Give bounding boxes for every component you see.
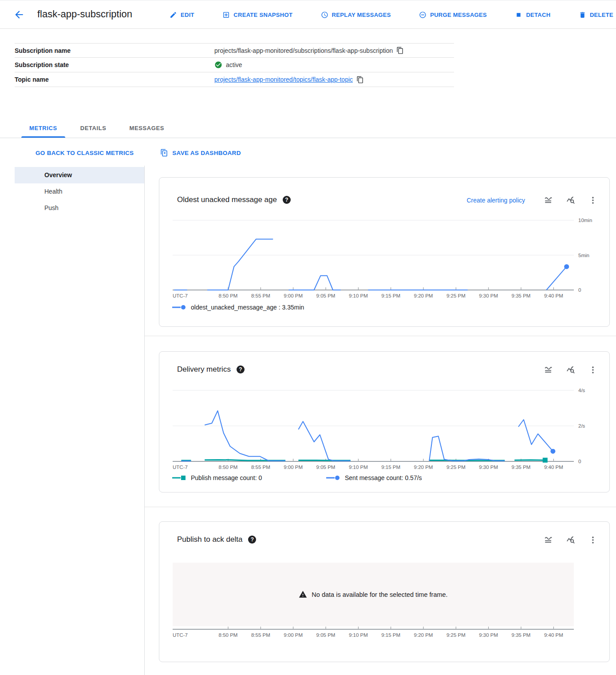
- series-line: [429, 436, 505, 461]
- add-box-icon: [222, 11, 230, 19]
- topic-name-label: Topic name: [15, 76, 214, 83]
- sidebar-item-health[interactable]: Health: [15, 183, 144, 200]
- subscription-state-value: active: [226, 61, 242, 68]
- series-line: [205, 411, 285, 461]
- x-tick-label: 8:50 PM: [219, 465, 238, 470]
- x-tick-label: 8:55 PM: [251, 632, 270, 638]
- metrics-toolbar: GO BACK TO CLASSIC METRICS SAVE AS DASHB…: [36, 143, 241, 162]
- tab-details[interactable]: DETAILS: [69, 119, 118, 138]
- series-line: [518, 420, 553, 451]
- sidebar-item-push[interactable]: Push: [15, 200, 144, 216]
- publish-ack-delta-chart: 8:50 PM8:55 PM9:00 PM9:05 PM9:10 PM9:15 …: [159, 522, 609, 662]
- go-back-classic-metrics-link[interactable]: GO BACK TO CLASSIC METRICS: [36, 150, 134, 156]
- tab-messages[interactable]: MESSAGES: [118, 119, 176, 138]
- x-tick-label: 9:05 PM: [316, 465, 336, 470]
- series-line: [207, 239, 273, 290]
- check-circle-icon: [214, 61, 222, 69]
- table-row: Subscription name projects/flask-app-mon…: [15, 43, 454, 58]
- sidebar-item-overview[interactable]: Overview: [15, 167, 144, 183]
- x-tick-label: 9:40 PM: [544, 293, 563, 298]
- x-tick-label: 9:10 PM: [349, 632, 368, 638]
- x-tick-label: 9:30 PM: [479, 465, 498, 470]
- tab-bar: METRICS DETAILS MESSAGES: [0, 119, 616, 138]
- x-tick-label: 9:05 PM: [316, 293, 336, 298]
- x-tick-label: 9:25 PM: [446, 632, 466, 638]
- sidebar-divider: [144, 166, 145, 675]
- header-bar: flask-app-subscription EDIT CREATE SNAPS…: [0, 0, 616, 29]
- y-axis-label: 2/s: [578, 423, 585, 429]
- x-tick-label: 9:30 PM: [479, 293, 498, 298]
- y-axis-label: 0: [578, 287, 581, 293]
- series-end-marker: [550, 449, 555, 454]
- y-axis-label: 10min: [578, 218, 592, 223]
- clock-icon: [321, 11, 328, 19]
- chart-card-oldest-unacked: Oldest unacked message age ? Create aler…: [159, 177, 610, 327]
- topic-link[interactable]: projects/flask-app-monitored/topics/flas…: [214, 76, 353, 83]
- x-tick-label: 9:00 PM: [284, 465, 303, 470]
- series-end-marker: [543, 458, 548, 463]
- y-axis-label: 5min: [578, 253, 589, 258]
- x-tick-label: 9:25 PM: [446, 293, 466, 298]
- save-as-dashboard-button[interactable]: SAVE AS DASHBOARD: [160, 149, 241, 157]
- purge-messages-button[interactable]: PURGE MESSAGES: [419, 11, 487, 19]
- legend-marker: [171, 304, 187, 310]
- legend-marker: [325, 475, 341, 481]
- legend-item: oldest_unacked_message_age : 3.35min: [171, 304, 304, 311]
- replay-messages-label: REPLAY MESSAGES: [332, 12, 391, 18]
- legend-marker: [171, 475, 187, 481]
- legend-label: Sent message count: 0.57/s: [345, 474, 422, 481]
- edit-button[interactable]: EDIT: [170, 11, 194, 19]
- pencil-icon: [170, 11, 177, 19]
- chart-card-delivery-metrics: Delivery metrics ? 4/s2/s08:50 PM8:55 PM…: [159, 351, 610, 492]
- x-tick-label: 9:15 PM: [381, 632, 400, 638]
- x-tick-label: 9:00 PM: [284, 293, 303, 298]
- x-tick-label: 9:25 PM: [446, 465, 466, 470]
- detach-button[interactable]: DETACH: [515, 11, 550, 19]
- x-tick-label: 9:20 PM: [414, 293, 433, 298]
- x-tick-label: 9:35 PM: [512, 632, 531, 638]
- metrics-sidebar: Overview Health Push: [15, 167, 144, 216]
- copy-icon[interactable]: [356, 76, 364, 83]
- chart-legend: Publish message count: 0Sent message cou…: [171, 474, 479, 481]
- tab-metrics[interactable]: METRICS: [18, 119, 69, 138]
- x-tick-label: 8:50 PM: [219, 293, 238, 298]
- stop-square-icon: [515, 11, 522, 19]
- series-line: [546, 266, 567, 290]
- section-divider: [145, 336, 616, 336]
- delete-button[interactable]: DELETE: [579, 11, 613, 19]
- page-title: flask-app-subscription: [37, 8, 132, 20]
- copy-icon[interactable]: [396, 47, 404, 54]
- subscription-name-label: Subscription name: [15, 47, 214, 54]
- x-tick-label: 8:55 PM: [251, 465, 270, 470]
- chart-card-publish-ack-delta: Publish to ack delta ? No data is availa…: [159, 521, 610, 662]
- minus-circle-icon: [419, 11, 426, 19]
- delete-label: DELETE: [590, 12, 613, 18]
- table-row: Subscription state active: [15, 58, 454, 72]
- x-tick-label: 9:15 PM: [381, 293, 400, 298]
- purge-messages-label: PURGE MESSAGES: [430, 12, 487, 18]
- x-tick-label: 9:20 PM: [414, 465, 433, 470]
- timezone-label: UTC-7: [173, 465, 188, 470]
- edit-label: EDIT: [181, 12, 194, 18]
- chart-legend: oldest_unacked_message_age : 3.35min: [171, 304, 304, 311]
- timezone-label: UTC-7: [173, 632, 188, 638]
- replay-messages-button[interactable]: REPLAY MESSAGES: [321, 11, 391, 19]
- create-snapshot-button[interactable]: CREATE SNAPSHOT: [222, 11, 292, 19]
- x-tick-label: 9:20 PM: [414, 632, 433, 638]
- x-tick-label: 9:35 PM: [512, 465, 531, 470]
- back-arrow-icon[interactable]: [13, 9, 25, 20]
- x-tick-label: 9:05 PM: [316, 632, 336, 638]
- series-line: [298, 421, 350, 461]
- go-back-label: GO BACK TO CLASSIC METRICS: [36, 150, 134, 156]
- x-tick-label: 9:15 PM: [381, 465, 400, 470]
- table-row: Topic name projects/flask-app-monitored/…: [15, 72, 454, 87]
- header-actions: EDIT CREATE SNAPSHOT REPLAY MESSAGES PUR…: [170, 0, 613, 29]
- detach-label: DETACH: [526, 12, 550, 18]
- series-end-marker: [564, 264, 569, 269]
- dashboard-copy-icon: [160, 149, 168, 157]
- y-axis-label: 4/s: [578, 388, 585, 393]
- series-line: [205, 460, 285, 461]
- subscription-state-label: Subscription state: [15, 61, 214, 68]
- create-snapshot-label: CREATE SNAPSHOT: [233, 12, 292, 18]
- x-tick-label: 9:40 PM: [544, 632, 563, 638]
